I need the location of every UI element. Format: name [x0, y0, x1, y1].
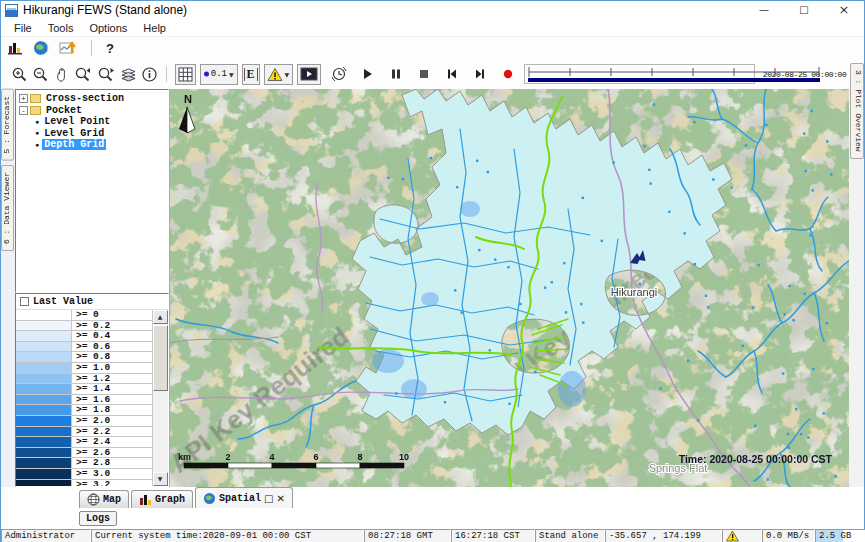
svg-text:4: 4: [269, 452, 274, 462]
svg-text:2: 2: [225, 452, 230, 462]
label-toggle-button[interactable]: E: [242, 64, 260, 85]
map-toolbar: 0.1 ▼ E ▼: [1, 59, 864, 89]
tab-graph[interactable]: Graph: [131, 490, 193, 508]
legend-label: >= 2.4: [72, 437, 152, 447]
legend-label: >= 0.4: [72, 331, 152, 341]
menu-tools[interactable]: Tools: [41, 21, 81, 35]
close-button[interactable]: ×: [824, 1, 864, 19]
pause-button[interactable]: [390, 68, 402, 80]
menu-options[interactable]: Options: [82, 21, 134, 35]
legend-swatch: [16, 374, 72, 384]
warnings-dropdown[interactable]: ▼: [264, 64, 294, 85]
status-user: Administrator: [1, 529, 91, 542]
main-toolbar: ?: [1, 37, 864, 59]
legend-label: >= 0: [72, 310, 152, 320]
legend-row[interactable]: >= 3.0: [16, 469, 152, 480]
info-icon[interactable]: [141, 66, 158, 83]
menu-bar: File Tools Options Help: [1, 19, 864, 37]
legend-row[interactable]: >= 1.0: [16, 363, 152, 374]
folder-icon: [30, 94, 41, 103]
last-value-checkbox[interactable]: [20, 297, 29, 306]
legend-swatch: [16, 395, 72, 405]
scrollbar-track[interactable]: [153, 391, 168, 472]
tab-forecast[interactable]: 5 : Forecast: [1, 89, 14, 161]
tree-item-level-grid[interactable]: ●Level Grid: [18, 128, 168, 140]
menu-help[interactable]: Help: [136, 21, 173, 35]
pan-hand-icon[interactable]: [53, 66, 70, 83]
legend-swatch: [16, 384, 72, 394]
tree-expander-icon[interactable]: +: [19, 94, 28, 103]
tab-data-viewer[interactable]: 6 : Data Viewer: [1, 165, 14, 251]
right-tab-strip: 3 : Plot Overview: [849, 89, 864, 487]
tab-spatial[interactable]: Spatial □ ✕: [195, 487, 293, 508]
play-button[interactable]: [362, 68, 374, 80]
status-transfer-rate: 0.0 MB/s: [762, 529, 815, 542]
help-button[interactable]: ?: [106, 41, 114, 56]
map-canvas: API Key Required API Key required: [170, 89, 849, 487]
stop-button[interactable]: [418, 68, 430, 80]
legend-swatch: [16, 469, 72, 479]
step-first-button[interactable]: [446, 68, 458, 80]
zoom-out-icon[interactable]: [32, 66, 49, 83]
legend-swatch: [16, 331, 72, 341]
animation-movie-button[interactable]: [297, 64, 321, 85]
tab-map[interactable]: Map: [79, 490, 129, 508]
main-area: 5 : Forecast 6 : Data Viewer +Cross-sect…: [1, 89, 864, 487]
import-data-icon[interactable]: [59, 40, 77, 56]
database-viewer-icon[interactable]: [7, 40, 23, 56]
legend-label: >= 2.0: [72, 416, 152, 426]
zoom-in-icon[interactable]: [11, 66, 28, 83]
menu-file[interactable]: File: [7, 21, 39, 35]
svg-text:8: 8: [357, 452, 362, 462]
tree-item-depth-grid[interactable]: ●Depth Grid: [18, 139, 168, 151]
tab-restore-icon[interactable]: □: [264, 493, 273, 504]
map-viewport[interactable]: API Key Required API Key required: [169, 89, 849, 487]
legend-label: >= 2.6: [72, 448, 152, 458]
logs-button[interactable]: Logs: [79, 511, 117, 526]
legend-scrollbar[interactable]: ▲ ▼: [152, 310, 168, 486]
toolbar-separator: [91, 40, 92, 56]
legend-row[interactable]: >= 2.0: [16, 416, 152, 427]
status-bar: Administrator Current system time:2020-0…: [1, 529, 864, 542]
minimize-button[interactable]: —: [744, 1, 784, 19]
scroll-up-icon[interactable]: ▲: [153, 310, 168, 324]
record-button[interactable]: [502, 68, 514, 80]
schedule-clock-icon[interactable]: [330, 65, 348, 83]
scroll-down-icon[interactable]: ▼: [153, 472, 168, 486]
grid-display-button[interactable]: [175, 64, 196, 85]
tree-item-cross-section[interactable]: +Cross-section: [18, 93, 168, 105]
layer-tree: +Cross-section-Pocket●Level Point●Level …: [15, 89, 169, 293]
legend-row[interactable]: >= 3.2: [16, 480, 152, 487]
step-last-button[interactable]: [474, 68, 486, 80]
window-title: Hikurangi FEWS (Stand alone): [23, 3, 187, 17]
tree-expander-icon[interactable]: -: [19, 106, 28, 115]
tab-plot-overview[interactable]: 3 : Plot Overview: [850, 63, 864, 159]
tab-graph-label: Graph: [155, 494, 185, 505]
tree-item-level-point[interactable]: ●Level Point: [18, 116, 168, 128]
status-local-time: 16:27:18 CST: [451, 529, 535, 542]
time-slider[interactable]: [524, 64, 755, 84]
time-slider-track: [525, 65, 823, 83]
legend-row[interactable]: >= 0: [16, 310, 152, 321]
zoom-next-icon[interactable]: [97, 66, 116, 83]
legend-label: >= 2.2: [72, 427, 152, 437]
tree-item-pocket[interactable]: -Pocket: [18, 105, 168, 117]
map-display-icon[interactable]: [33, 40, 49, 56]
warning-icon: [267, 67, 283, 82]
bullet-icon: ●: [35, 129, 39, 137]
tab-close-icon[interactable]: ✕: [277, 493, 285, 504]
legend-label: >= 2.8: [72, 458, 152, 468]
legend-label: >= 3.0: [72, 469, 152, 479]
scrollbar-thumb[interactable]: [153, 325, 168, 391]
legend-swatch: [16, 480, 72, 487]
zoom-previous-icon[interactable]: [74, 66, 93, 83]
status-warning[interactable]: [722, 529, 762, 542]
town-label: Hikurangi: [610, 286, 656, 298]
contour-interval-dropdown[interactable]: 0.1 ▼: [200, 64, 238, 85]
svg-text:6: 6: [313, 452, 318, 462]
layers-icon[interactable]: [120, 66, 137, 83]
legend-label: >= 0.8: [72, 352, 152, 362]
maximize-button[interactable]: □: [784, 1, 824, 19]
legend-swatch: [16, 427, 72, 437]
legend-label: >= 1.8: [72, 405, 152, 415]
